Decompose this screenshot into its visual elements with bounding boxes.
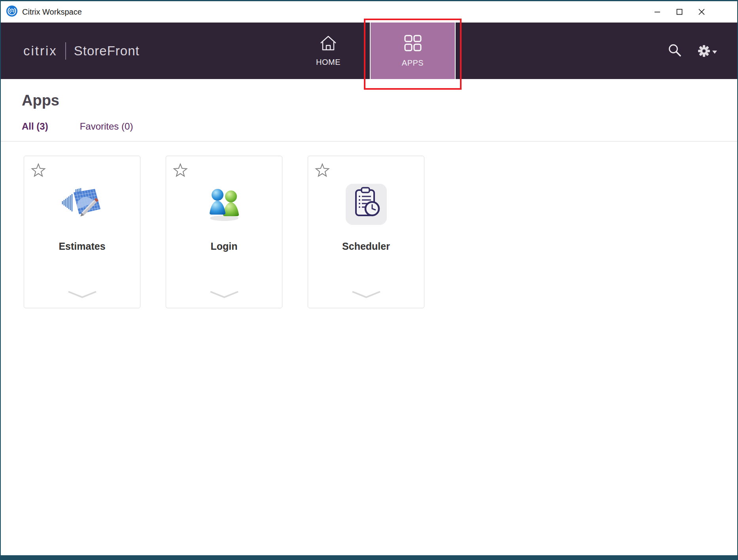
- apps-page: Apps All (3) Favorites (0): [1, 92, 737, 132]
- search-icon: [668, 43, 681, 57]
- tab-favorites[interactable]: Favorites (0): [80, 121, 133, 132]
- settings-button[interactable]: [698, 45, 717, 57]
- search-button[interactable]: [668, 43, 681, 58]
- nav-tab-apps-active[interactable]: APPS: [370, 23, 456, 79]
- app-card-grid: Estimates: [1, 156, 737, 308]
- expand-chevron-icon[interactable]: [308, 290, 424, 299]
- blueprint-drawing-icon: [24, 182, 140, 226]
- brand-logo: citrix StoreFront: [1, 42, 140, 60]
- app-name: Estimates: [24, 241, 140, 252]
- app-card-login[interactable]: Login: [166, 156, 282, 308]
- page-title: Apps: [22, 92, 737, 109]
- brand-separator: [65, 42, 66, 60]
- home-icon: [319, 35, 337, 53]
- maximize-icon: [676, 9, 683, 15]
- nav-home-label: HOME: [316, 58, 341, 67]
- maximize-button[interactable]: [668, 1, 691, 23]
- nav-tab-home[interactable]: HOME: [303, 23, 354, 79]
- window-title: Citrix Workspace: [22, 8, 82, 17]
- window-controls: [646, 1, 713, 23]
- clipboard-clock-icon: [308, 182, 424, 226]
- tab-all[interactable]: All (3): [22, 121, 48, 132]
- expand-chevron-icon[interactable]: [24, 290, 140, 299]
- chevron-down-icon: [712, 51, 717, 54]
- citrix-logo-icon: [6, 5, 18, 19]
- favorite-star-icon[interactable]: [30, 163, 46, 179]
- storefront-header: citrix StoreFront HOME: [1, 23, 737, 79]
- close-icon: [698, 9, 705, 15]
- tabs-divider: [1, 141, 737, 141]
- header-tools: [668, 23, 717, 79]
- app-card-scheduler[interactable]: Scheduler: [308, 156, 424, 308]
- titlebar-left: Citrix Workspace: [1, 5, 82, 19]
- gear-icon: [698, 45, 710, 57]
- brand-citrix-wordmark: citrix: [23, 43, 57, 58]
- minimize-icon: [654, 9, 660, 15]
- two-users-icon: [166, 182, 282, 226]
- app-name: Scheduler: [308, 241, 424, 252]
- citrix-workspace-window: Citrix Workspace citrix StoreFront: [0, 0, 738, 560]
- titlebar: Citrix Workspace: [1, 1, 737, 23]
- favorite-star-icon[interactable]: [172, 163, 188, 179]
- filter-tabs: All (3) Favorites (0): [22, 121, 737, 132]
- app-name: Login: [166, 241, 282, 252]
- expand-chevron-icon[interactable]: [166, 290, 282, 299]
- favorite-star-icon[interactable]: [314, 163, 330, 179]
- brand-product-name: StoreFront: [74, 43, 140, 58]
- minimize-button[interactable]: [646, 1, 668, 23]
- close-button[interactable]: [691, 1, 713, 23]
- apps-grid-icon: [404, 34, 422, 54]
- nav-apps-label: APPS: [402, 58, 424, 68]
- app-card-estimates[interactable]: Estimates: [24, 156, 140, 308]
